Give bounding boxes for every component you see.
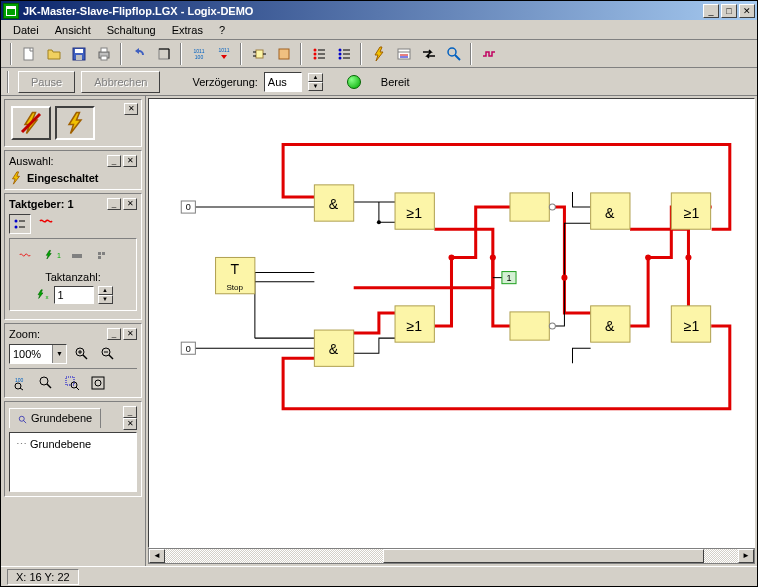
h-scrollbar[interactable]: ◄ ► — [148, 548, 755, 564]
clk-wave-2[interactable]: 1 — [40, 245, 62, 265]
bin-down-button[interactable]: 1011 — [212, 43, 235, 65]
input-k-port[interactable]: 0 — [181, 342, 195, 354]
svg-rect-2 — [75, 49, 83, 53]
clk-close[interactable]: ✕ — [123, 198, 137, 210]
form-button[interactable] — [392, 43, 415, 65]
svg-point-35 — [15, 220, 18, 223]
save-button[interactable] — [67, 43, 90, 65]
list-red-button[interactable] — [307, 43, 330, 65]
zoom-close[interactable]: ✕ — [123, 328, 137, 340]
and-gate-4[interactable]: & — [591, 306, 630, 342]
zoom-sel-button[interactable] — [61, 373, 83, 393]
menu-circuit[interactable]: Schaltung — [99, 22, 164, 38]
clk-wave-4[interactable] — [92, 245, 114, 265]
svg-text:&: & — [329, 341, 339, 357]
menu-view[interactable]: Ansicht — [47, 22, 99, 38]
signal-button[interactable] — [477, 43, 500, 65]
svg-line-53 — [20, 388, 23, 390]
layers-tab[interactable]: Grundebene — [9, 408, 101, 427]
menu-extras[interactable]: Extras — [164, 22, 211, 38]
print-button[interactable] — [92, 43, 115, 65]
delay-label: Verzögerung: — [192, 76, 257, 88]
open-file-button[interactable] — [42, 43, 65, 65]
zoom-page-button[interactable] — [87, 373, 109, 393]
delay-input[interactable] — [265, 76, 301, 88]
scroll-thumb[interactable] — [383, 549, 704, 563]
not-gate[interactable] — [510, 193, 555, 221]
svg-point-17 — [313, 52, 316, 55]
magnify-icon — [18, 415, 28, 425]
delay-up[interactable]: ▲ — [308, 73, 323, 82]
clock-count-label: Taktanzahl: — [14, 271, 132, 283]
or-gate-3[interactable]: ≥1 — [671, 193, 710, 229]
undo-button[interactable] — [127, 43, 150, 65]
zoom-button[interactable] — [442, 43, 465, 65]
delay-spinner[interactable]: ▲ ▼ — [308, 73, 323, 91]
zoom-out-button[interactable] — [97, 344, 119, 364]
svg-point-76 — [377, 220, 381, 224]
t-clock-gate[interactable]: T Stop — [216, 257, 255, 293]
panel-close-1[interactable]: ✕ — [124, 103, 138, 115]
maximize-button[interactable]: □ — [721, 4, 737, 18]
pause-button[interactable]: Pause — [18, 71, 75, 93]
canvas-area: 0 0 1 T Stop & & ≥1 ≥1 & & ≥1 — [146, 96, 757, 566]
svg-rect-0 — [24, 48, 33, 60]
not-gate-2[interactable] — [510, 312, 555, 340]
power-off-button[interactable] — [11, 106, 51, 140]
left-panel: ✕ Auswahl: _✕ Eingeschaltet Taktge — [1, 96, 146, 566]
redo-button[interactable] — [152, 43, 175, 65]
or-gate-1[interactable]: ≥1 — [395, 193, 434, 229]
layers-tree[interactable]: ⋯ Grundebene — [9, 432, 137, 492]
new-file-button[interactable] — [17, 43, 40, 65]
input-j-port[interactable]: 0 — [181, 201, 195, 213]
or-gate-4[interactable]: ≥1 — [671, 306, 710, 342]
clk-min[interactable]: _ — [107, 198, 121, 210]
cancel-button[interactable]: Abbrechen — [81, 71, 160, 93]
and-gate-2[interactable]: & — [314, 330, 353, 366]
clk-wave-red[interactable] — [35, 214, 57, 234]
menu-help[interactable]: ? — [211, 22, 233, 38]
lay-min[interactable]: _ — [123, 406, 137, 418]
circuit-canvas[interactable]: 0 0 1 T Stop & & ≥1 ≥1 & & ≥1 — [148, 98, 755, 548]
scroll-left[interactable]: ◄ — [149, 549, 165, 563]
close-button[interactable]: ✕ — [739, 4, 755, 18]
bin-101-button[interactable]: 1011100 — [187, 43, 210, 65]
gate-tool-button[interactable] — [247, 43, 270, 65]
bolt-button[interactable] — [367, 43, 390, 65]
list-blue-button[interactable] — [332, 43, 355, 65]
zoom-dropdown[interactable]: ▼ — [52, 345, 66, 363]
svg-rect-41 — [102, 252, 105, 255]
sel-close[interactable]: ✕ — [123, 155, 137, 167]
swap-button[interactable] — [417, 43, 440, 65]
sel-min[interactable]: _ — [107, 155, 121, 167]
lay-close[interactable]: ✕ — [123, 418, 137, 430]
cnt-up[interactable]: ▲ — [98, 286, 113, 295]
clock-count-input[interactable] — [54, 286, 94, 304]
power-on-button[interactable] — [55, 106, 95, 140]
and-gate-3[interactable]: & — [591, 193, 630, 229]
zoom-min[interactable]: _ — [107, 328, 121, 340]
zoom-100-button[interactable]: 100 — [9, 373, 31, 393]
scroll-right[interactable]: ► — [738, 549, 754, 563]
block-tool-button[interactable] — [272, 43, 295, 65]
zoom-in-button[interactable] — [71, 344, 93, 364]
cnt-down[interactable]: ▼ — [98, 295, 113, 304]
or-gate-2[interactable]: ≥1 — [395, 306, 434, 342]
menu-file[interactable]: Datei — [5, 22, 47, 38]
zoom-input[interactable] — [10, 348, 52, 360]
application-window: JK-Master-Slave-Flipflop.LGX - Logix-DEM… — [0, 0, 758, 587]
delay-down[interactable]: ▼ — [308, 82, 323, 91]
and-gate-1[interactable]: & — [314, 185, 353, 221]
svg-point-23 — [338, 52, 341, 55]
delay-combo[interactable] — [264, 72, 302, 92]
zoom-fit-button[interactable] — [35, 373, 57, 393]
layer-item[interactable]: ⋯ Grundebene — [14, 437, 132, 452]
clk-list-blue[interactable] — [9, 214, 31, 234]
clk-wave-3[interactable] — [66, 245, 88, 265]
zoom-combo[interactable]: ▼ — [9, 344, 67, 364]
minimize-button[interactable]: _ — [703, 4, 719, 18]
svg-point-54 — [40, 377, 48, 385]
svg-point-16 — [313, 48, 316, 51]
clk-wave-1[interactable] — [14, 245, 36, 265]
selection-state: Eingeschaltet — [27, 172, 99, 184]
